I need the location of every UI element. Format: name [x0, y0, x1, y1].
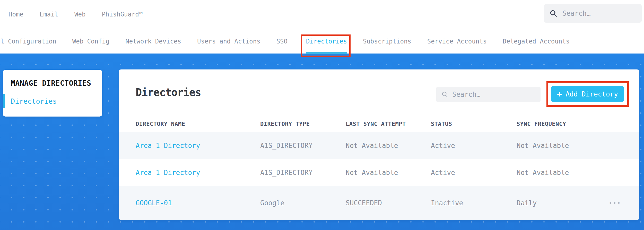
directory-type-cell: Google [260, 199, 346, 207]
sync-frequency-cell: Not Available [517, 169, 609, 176]
tab-subscriptions[interactable]: Subscriptions [363, 29, 411, 54]
add-directory-label: Add Directory [565, 90, 618, 98]
primary-nav: Home Email Web PhishGuard™ [8, 0, 143, 29]
plus-icon: + [557, 90, 562, 98]
manage-directories-card: MANAGE DIRECTORIES Directories [3, 70, 102, 117]
tab-directories[interactable]: Directories [306, 29, 347, 54]
directories-panel: Directories + Add Directory DIRECTORY NA… [119, 69, 639, 220]
tab-sso[interactable]: SSO [276, 29, 288, 54]
tab-web-config[interactable]: Web Config [72, 29, 110, 54]
tab-service-accounts[interactable]: Service Accounts [427, 29, 487, 54]
tab-network-devices[interactable]: Network Devices [125, 29, 181, 54]
content-background: MANAGE DIRECTORIES Directories Directori… [0, 54, 644, 230]
nav-item-home[interactable]: Home [8, 11, 23, 18]
topbar: Home Email Web PhishGuard™ [0, 0, 644, 29]
sidebar-item-label: Directories [11, 97, 57, 105]
directory-link[interactable]: GOOGLE-01 [136, 199, 260, 207]
status-cell: Active [431, 142, 517, 149]
directories-search-input[interactable] [452, 91, 535, 98]
column-header-last-sync: LAST SYNC ATTEMPT [346, 121, 431, 127]
directories-search[interactable] [436, 87, 541, 102]
active-indicator-bar [3, 94, 5, 108]
directory-link[interactable]: Area 1 Directory [136, 142, 260, 149]
status-cell: Inactive [431, 199, 517, 207]
table-row: Area 1 Directory A1S_DIRECTORY Not Avail… [119, 132, 639, 159]
directory-type-cell: A1S_DIRECTORY [260, 169, 346, 176]
search-icon [441, 91, 448, 98]
global-search-input[interactable] [562, 10, 636, 17]
sidebar-item-directories[interactable]: Directories [3, 94, 102, 108]
directory-link[interactable]: Area 1 Directory [136, 169, 260, 176]
sync-frequency-cell: Not Available [517, 142, 609, 149]
page-title: Directories [136, 86, 201, 98]
sync-frequency-cell: Daily [517, 199, 609, 207]
directory-type-cell: A1S_DIRECTORY [260, 142, 346, 149]
side-card-title: MANAGE DIRECTORIES [11, 79, 91, 87]
nav-item-phishguard[interactable]: PhishGuard™ [102, 11, 143, 18]
add-directory-button[interactable]: + Add Directory [551, 86, 624, 102]
last-sync-cell: Not Available [346, 169, 431, 176]
column-header-directory-name: DIRECTORY NAME [136, 121, 260, 127]
active-tab-underline [306, 52, 347, 54]
column-header-sync-frequency: SYNC FREQUENCY [517, 121, 609, 127]
tab-directories-label: Directories [306, 38, 347, 45]
column-header-status: STATUS [431, 121, 517, 127]
global-search[interactable] [544, 4, 642, 23]
status-cell: Active [431, 169, 517, 176]
table-row: GOOGLE-01 Google SUCCEEDED Inactive Dail… [119, 186, 639, 220]
tab-delegated-accounts[interactable]: Delegated Accounts [503, 29, 570, 54]
column-header-directory-type: DIRECTORY TYPE [260, 121, 346, 127]
last-sync-cell: Not Available [346, 142, 431, 149]
tab-users-and-actions[interactable]: Users and Actions [197, 29, 260, 54]
table-header: DIRECTORY NAME DIRECTORY TYPE LAST SYNC … [119, 116, 639, 132]
search-icon [550, 10, 557, 17]
ellipsis-icon: ••• [609, 200, 621, 206]
nav-item-email[interactable]: Email [40, 11, 58, 18]
nav-item-web[interactable]: Web [74, 11, 85, 18]
tab-email-configuration[interactable]: l Configuration [1, 29, 56, 54]
secondary-nav: l Configuration Web Config Network Devic… [0, 29, 644, 54]
table-row: Area 1 Directory A1S_DIRECTORY Not Avail… [119, 159, 639, 186]
row-actions-menu[interactable]: ••• [609, 198, 621, 208]
last-sync-cell: SUCCEEDED [346, 199, 431, 207]
